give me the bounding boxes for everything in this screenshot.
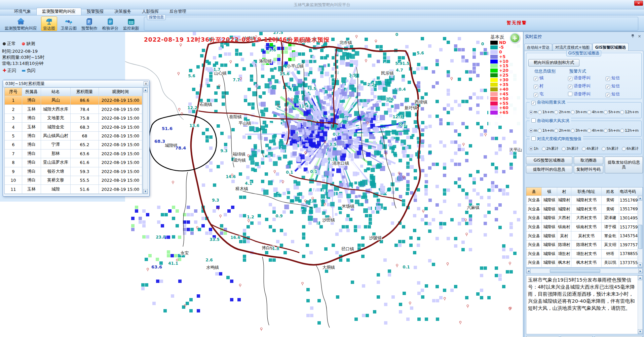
scroll-down-icon[interactable]: ▼	[638, 263, 642, 267]
radio-option[interactable]: 5h累计	[602, 146, 618, 151]
contacts-row[interactable]: 兴业县城隍镇城隍村城隍村支书黄铸135176975	[526, 196, 643, 205]
radio-option[interactable]: m	[529, 128, 537, 133]
rain-table-row[interactable]: 6博白宁潭65.22022-08-19 15:00	[5, 140, 142, 149]
radio-option[interactable]: 5h+m	[604, 128, 620, 133]
radio-option[interactable]: 1h	[529, 146, 538, 151]
contacts-hscrollbar[interactable]: ◀ ▶	[526, 268, 643, 273]
sms-checkbox[interactable]: ✓	[606, 77, 610, 81]
contacts-col-header[interactable]: 姓名	[602, 187, 619, 196]
radio-option[interactable]: 1h+m	[538, 128, 554, 133]
menu-tab-4[interactable]: 决策服务	[109, 8, 137, 15]
contacts-row[interactable]: 兴业县城隍镇莫村莫村支书覃金乾134575405	[526, 231, 643, 241]
rain-table-row[interactable]: 11玉林城隍51.62022-08-19 15:00	[5, 185, 142, 194]
radio-icon[interactable]	[622, 147, 626, 151]
radio-icon[interactable]	[542, 147, 546, 151]
contacts-col-header[interactable]: 镇	[542, 187, 557, 196]
radio-icon[interactable]	[554, 129, 558, 133]
rain-table-row[interactable]: 4玉林城隍金党68.32022-08-19 15:00	[5, 123, 142, 131]
radio-option[interactable]: 12h+m	[620, 110, 639, 114]
model-checkbox[interactable]	[531, 136, 536, 141]
tool-button-satellite[interactable]: 卫星云图	[59, 16, 78, 31]
window-close-button[interactable]: ×	[634, 1, 643, 6]
tool-button-warning-doc[interactable]: 预警制作	[80, 16, 99, 31]
tool-button-radar[interactable]: 雷达图	[41, 16, 57, 31]
rain-col-header[interactable]: 所属县	[22, 88, 41, 96]
rain-table-row[interactable]: 3博白文地姜充75.82022-08-19 15:00	[5, 114, 142, 123]
radio-option[interactable]: 4h+m	[587, 128, 603, 133]
scroll-right-icon[interactable]: ▶	[638, 269, 643, 273]
rain-table-row[interactable]: 2玉林城隍大西水库78.42022-08-19 15:00	[5, 105, 142, 114]
radio-option[interactable]: 5h+m	[604, 110, 620, 114]
radio-option[interactable]: 3h+m	[571, 128, 587, 133]
voice-call-checkbox[interactable]	[568, 92, 572, 96]
radio-icon[interactable]	[538, 110, 542, 114]
scroll-up-icon[interactable]: ▲	[638, 196, 642, 201]
contacts-row[interactable]: 兴业县城隍镇陈塘村陈塘村支书莫文绍139775796	[526, 241, 643, 250]
menu-tab-6[interactable]: 后台管理	[164, 8, 192, 15]
cancel-select-button[interactable]: 取消圈选	[574, 157, 603, 164]
rain-table-row[interactable]: 7博白那林63.62022-08-19 15:00	[5, 150, 142, 158]
voice-call-checkbox[interactable]: ✓	[568, 77, 572, 81]
contacts-col-header[interactable]: 村	[557, 187, 571, 196]
monitor-tab-1[interactable]: 自动站+雷达	[524, 44, 552, 51]
radio-option[interactable]: 3h+m	[571, 110, 587, 114]
auto-wind-checkbox[interactable]	[531, 118, 536, 123]
auto-rain-checkbox[interactable]: ✓	[531, 101, 536, 105]
radio-icon[interactable]	[538, 129, 542, 133]
radio-option[interactable]: 1h+m	[538, 110, 554, 114]
message-scrollbar[interactable]: ▲ ▼	[638, 276, 643, 334]
scrollbar-thumb[interactable]	[638, 225, 642, 249]
radio-option[interactable]: 4h累计	[582, 146, 599, 151]
radio-icon[interactable]	[620, 110, 624, 114]
contacts-col-header[interactable]: 县	[526, 187, 542, 196]
contacts-col-header[interactable]: 电话号码	[619, 187, 643, 196]
tool-button-calendar[interactable]: 监控刷新	[122, 16, 141, 31]
warning-message-textarea[interactable]: 玉林市气象台19日5时15分发布暴雨橙色预警信号：4时以来兴业县城隍大西水库已出…	[526, 275, 643, 334]
extract-sms-button[interactable]: 提取发短信的信息员	[605, 157, 643, 173]
radio-option[interactable]: 2h+m	[554, 110, 570, 114]
close-icon[interactable]: ×	[637, 34, 642, 39]
rain-col-header[interactable]: 序号	[5, 88, 22, 96]
level-checkbox[interactable]: ✓	[534, 93, 538, 97]
radio-icon[interactable]	[620, 129, 624, 133]
radio-icon[interactable]	[602, 147, 606, 151]
radio-icon[interactable]	[571, 110, 575, 114]
level-checkbox[interactable]: ✓	[534, 77, 538, 81]
tool-button-home[interactable]: 监测预警靶向叫应	[2, 16, 40, 31]
radio-option[interactable]: 4h+m	[587, 110, 603, 114]
radio-icon[interactable]	[529, 110, 533, 114]
rain-table-scrollbar[interactable]: ▲ ▼	[143, 87, 148, 194]
contacts-col-header[interactable]: 职务/地址	[571, 187, 602, 196]
radio-option[interactable]: m	[529, 110, 537, 114]
radio-icon[interactable]	[582, 147, 586, 151]
radio-icon[interactable]	[529, 129, 533, 133]
level-checkbox[interactable]: ✓	[534, 85, 538, 89]
voice-call-checkbox[interactable]: ✓	[568, 85, 572, 89]
radio-icon[interactable]	[587, 110, 591, 114]
radio-icon[interactable]	[587, 129, 591, 133]
contacts-vscrollbar[interactable]: ▲ ▼	[638, 196, 643, 267]
radio-option[interactable]: 3h累计	[562, 146, 578, 151]
contacts-row[interactable]: 兴业县城隍镇镇南村镇南村支书谭于模151775946	[526, 223, 643, 232]
rain-col-header[interactable]: 累积雨量	[71, 88, 99, 96]
scrollbar-thumb[interactable]	[550, 269, 600, 273]
scroll-up-icon[interactable]: ▲	[638, 276, 642, 280]
rain-col-header[interactable]: 站名	[41, 88, 71, 96]
legend-expand-button[interactable]: +	[510, 33, 520, 43]
rain-col-header[interactable]: 观测时间	[99, 88, 142, 96]
radio-option[interactable]: 6h累计	[622, 146, 639, 151]
rain-table-row[interactable]: 9博白顿谷大塘59.32022-08-19 15:00	[5, 167, 142, 176]
radio-icon[interactable]	[571, 129, 575, 133]
scroll-up-icon[interactable]: ▲	[143, 88, 148, 92]
sms-checkbox[interactable]: ✓	[606, 93, 610, 97]
contacts-row[interactable]: 兴业县城隍镇枫木村枫木村支书吴以悦137375511	[526, 258, 643, 267]
menu-tab-3[interactable]: 预警预报	[81, 8, 109, 15]
radio-icon[interactable]	[604, 129, 608, 133]
extract-call-button[interactable]: 提取呼叫的信息员	[526, 166, 572, 173]
rain-table-row[interactable]: 10博白英桥文黎55.52022-08-19 15:00	[5, 176, 142, 185]
gis-select-button[interactable]: GIS预警区域圈选	[526, 157, 572, 164]
scroll-down-icon[interactable]: ▼	[638, 329, 642, 334]
scroll-down-icon[interactable]: ▼	[143, 189, 148, 194]
menu-tab-1[interactable]: 环境气象	[9, 8, 36, 15]
tool-button-clipboard[interactable]: 检验评分	[101, 16, 120, 31]
